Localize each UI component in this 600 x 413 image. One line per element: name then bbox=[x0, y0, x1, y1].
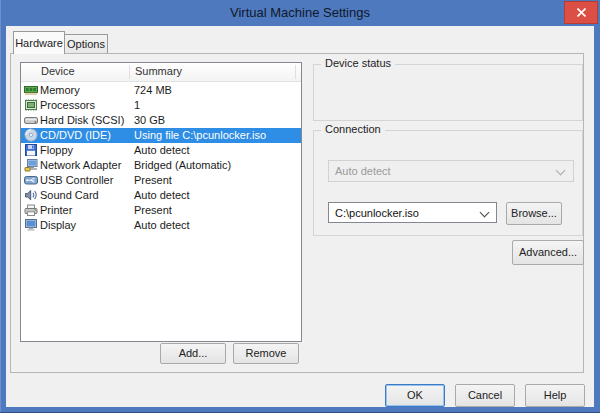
device-summary: Bridged (Automatic) bbox=[134, 158, 231, 173]
add-button[interactable]: Add... bbox=[160, 343, 226, 364]
cancel-button[interactable]: Cancel bbox=[455, 384, 515, 407]
column-divider[interactable] bbox=[295, 65, 296, 79]
table-row[interactable]: Printer Present bbox=[21, 203, 301, 218]
memory-icon bbox=[24, 83, 38, 97]
remove-button[interactable]: Remove bbox=[233, 343, 299, 364]
table-row[interactable]: Floppy Auto detect bbox=[21, 143, 301, 158]
connection-title: Connection bbox=[321, 123, 385, 135]
device-summary: 1 bbox=[134, 98, 140, 113]
chevron-down-icon bbox=[480, 208, 490, 218]
device-name: Printer bbox=[40, 203, 72, 218]
device-name: Memory bbox=[40, 83, 80, 98]
table-row[interactable]: Sound Card Auto detect bbox=[21, 188, 301, 203]
device-name: Sound Card bbox=[40, 188, 99, 203]
tab-options[interactable]: Options bbox=[64, 34, 108, 54]
advanced-button[interactable]: Advanced... bbox=[512, 240, 584, 265]
device-summary: Using file C:\pcunlocker.iso bbox=[134, 128, 266, 143]
close-button[interactable] bbox=[564, 1, 598, 24]
cd-dvd-icon bbox=[24, 128, 38, 142]
iso-image-combobox[interactable]: C:\pcunlocker.iso bbox=[328, 202, 497, 223]
network-adapter-icon bbox=[24, 158, 38, 172]
device-summary: Auto detect bbox=[134, 188, 190, 203]
device-list-header: Device Summary bbox=[21, 63, 301, 82]
device-list: Device Summary Memory 724 MB Processors … bbox=[20, 62, 302, 342]
device-name: CD/DVD (IDE) bbox=[40, 128, 111, 143]
device-status-group: Device status bbox=[313, 64, 583, 121]
ok-button[interactable]: OK bbox=[385, 384, 445, 407]
device-name: Floppy bbox=[40, 143, 73, 158]
sound-card-icon bbox=[24, 188, 38, 202]
device-name: Network Adapter bbox=[40, 158, 121, 173]
device-rows: Memory 724 MB Processors 1 Hard Disk (SC… bbox=[21, 83, 301, 233]
tab-hardware[interactable]: Hardware bbox=[13, 31, 65, 54]
physical-drive-dropdown-value: Auto detect bbox=[335, 165, 391, 177]
iso-image-value: C:\pcunlocker.iso bbox=[335, 207, 419, 219]
column-divider[interactable] bbox=[129, 65, 130, 79]
device-name: Hard Disk (SCSI) bbox=[40, 113, 124, 128]
device-summary: Present bbox=[134, 173, 172, 188]
usb-icon bbox=[24, 173, 38, 187]
table-row[interactable]: Display Auto detect bbox=[21, 218, 301, 233]
hard-disk-icon bbox=[24, 113, 38, 127]
chevron-down-icon bbox=[556, 166, 566, 176]
table-row[interactable]: USB Controller Present bbox=[21, 173, 301, 188]
device-summary: 724 MB bbox=[134, 83, 172, 98]
table-row[interactable]: Processors 1 bbox=[21, 98, 301, 113]
table-row[interactable]: Network Adapter Bridged (Automatic) bbox=[21, 158, 301, 173]
table-row[interactable]: Memory 724 MB bbox=[21, 83, 301, 98]
device-status-title: Device status bbox=[321, 57, 395, 69]
help-button[interactable]: Help bbox=[525, 384, 585, 407]
printer-icon bbox=[24, 203, 38, 217]
close-icon bbox=[577, 8, 586, 17]
processor-icon bbox=[24, 98, 38, 112]
virtual-machine-settings-dialog: Virtual Machine Settings Hardware Option… bbox=[0, 0, 600, 413]
device-summary: Auto detect bbox=[134, 218, 190, 233]
device-summary: Auto detect bbox=[134, 143, 190, 158]
column-header-summary[interactable]: Summary bbox=[135, 65, 182, 77]
device-summary: 30 GB bbox=[134, 113, 165, 128]
dialog-title: Virtual Machine Settings bbox=[230, 5, 370, 20]
device-name: USB Controller bbox=[40, 173, 113, 188]
physical-drive-dropdown[interactable]: Auto detect bbox=[328, 160, 574, 182]
table-row-selected[interactable]: CD/DVD (IDE) Using file C:\pcunlocker.is… bbox=[21, 128, 301, 143]
device-name: Processors bbox=[40, 98, 95, 113]
browse-button[interactable]: Browse... bbox=[506, 202, 562, 225]
title-bar: Virtual Machine Settings bbox=[0, 0, 600, 26]
device-name: Display bbox=[40, 218, 76, 233]
device-summary: Present bbox=[134, 203, 172, 218]
table-row[interactable]: Hard Disk (SCSI) 30 GB bbox=[21, 113, 301, 128]
display-icon bbox=[24, 218, 38, 232]
floppy-icon bbox=[24, 143, 38, 157]
column-header-device[interactable]: Device bbox=[41, 65, 75, 77]
